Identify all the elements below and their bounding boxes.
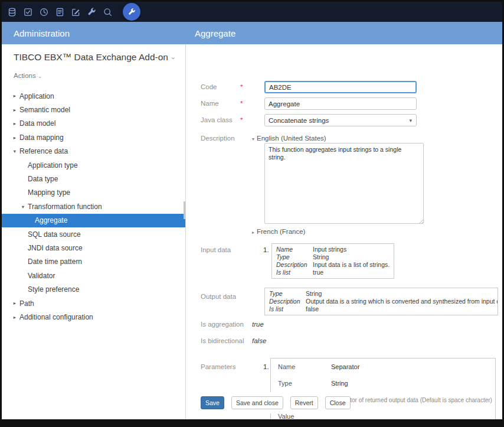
parameter-row-type: TypeString: [271, 375, 495, 392]
tree-item-application[interactable]: ▸Application: [2, 89, 185, 103]
tree-item-jndi-data-source[interactable]: JNDI data source: [2, 241, 185, 255]
parameter-row-name: NameSeparator: [271, 358, 495, 375]
tree-item-aggregate[interactable]: Aggregate: [2, 214, 185, 227]
output-data-row-type: TypeString: [265, 290, 498, 298]
input-data-index: 1.: [263, 246, 269, 253]
footer-buttons: SaveSave and closeRevertClose: [201, 396, 351, 409]
output-data-value: false: [306, 305, 319, 313]
output-data-key: Type: [269, 290, 306, 298]
chevron-collapsed-icon[interactable]: ▸: [11, 315, 18, 320]
input-data-row-description: DescriptionInput data is a list of strin…: [272, 261, 394, 269]
left-panel-title: Administration: [14, 28, 70, 38]
tree-item-label: Aggregate: [35, 216, 67, 224]
input-data-value: Input data is a list of strings.: [313, 261, 390, 269]
sidebar-scrollbar[interactable]: [184, 201, 185, 219]
tree-item-label: SQL data source: [28, 230, 81, 239]
actions-label: Actions: [14, 72, 36, 79]
tree-item-semantic-model[interactable]: ▸Semantic model: [2, 103, 185, 116]
input-data-key: Is list: [276, 269, 313, 276]
output-data-table: TypeStringDescriptionOutput data is a st…: [264, 288, 498, 315]
locale-toggle-english[interactable]: ▾English (United States): [252, 135, 326, 142]
output-data-key: Description: [269, 298, 306, 305]
tasks-icon[interactable]: [23, 7, 33, 17]
tree-item-label: Data mapping: [19, 133, 64, 142]
tree-item-application-type[interactable]: Application type: [2, 158, 185, 172]
chevron-expanded-icon[interactable]: ▾: [11, 149, 18, 154]
tree-item-label: Additional configuration: [19, 313, 93, 321]
tree-item-data-mapping[interactable]: ▸Data mapping: [2, 131, 185, 144]
tree-item-mapping-type[interactable]: Mapping type: [2, 186, 185, 200]
chevron-collapsed-icon[interactable]: ▸: [11, 107, 18, 113]
locale-toggle-french[interactable]: ▸French (France): [252, 228, 305, 235]
tree-item-reference-data[interactable]: ▾Reference data: [2, 145, 185, 158]
input-data-key: Type: [276, 253, 313, 261]
parameter-key: Type: [278, 380, 331, 387]
output-data-value: String: [306, 290, 322, 298]
database-icon[interactable]: [7, 7, 17, 17]
tools-icon[interactable]: [87, 7, 97, 17]
tree-item-date-time-pattern[interactable]: Date time pattern: [2, 255, 185, 269]
is-bidirectional-value: false: [252, 337, 266, 344]
parameter-key: Value: [278, 413, 331, 419]
chevron-collapsed-icon[interactable]: ▸: [11, 93, 18, 99]
report-icon[interactable]: [55, 7, 65, 17]
tree-item-label: JNDI data source: [28, 244, 83, 252]
tree-item-transformation-function[interactable]: ▾Transformation function: [2, 200, 185, 213]
input-data-table: NameInput stringsTypeStringDescriptionIn…: [271, 243, 394, 279]
tree-item-label: Date time pattern: [28, 257, 82, 266]
chevron-expanded-icon[interactable]: ▾: [19, 204, 27, 210]
java-class-label: Java class: [201, 116, 233, 123]
tree-item-style-preference[interactable]: Style preference: [2, 282, 185, 296]
clock-icon[interactable]: [39, 7, 49, 17]
tree-item-label: Transformation function: [28, 203, 102, 211]
is-aggregation-value: true: [252, 321, 264, 328]
chevron-down-icon[interactable]: ⌄: [171, 53, 176, 61]
tree-item-label: Application: [19, 92, 54, 100]
name-input[interactable]: [264, 97, 417, 110]
tree-item-validator[interactable]: Validator: [2, 269, 185, 282]
tree-item-sql-data-source[interactable]: SQL data source: [2, 227, 185, 241]
input-data-value: String: [313, 253, 329, 261]
wrench-icon[interactable]: [123, 3, 140, 21]
tree-item-data-type[interactable]: Data type: [2, 172, 185, 185]
topbar-icons: [2, 3, 140, 21]
parameters-label: Parameters: [201, 363, 235, 370]
input-data-row-is-list: Is listtrue: [272, 269, 394, 276]
java-class-value: Concatenate strings: [269, 117, 329, 124]
output-data-key: Is list: [269, 305, 306, 313]
input-data-row-type: TypeString: [272, 253, 394, 261]
revert-button[interactable]: Revert: [290, 396, 318, 409]
edit-document-icon[interactable]: [71, 7, 81, 17]
parameter-key: Name: [278, 363, 331, 370]
parameter-value: String: [331, 380, 348, 387]
actions-menu[interactable]: Actions⌄: [14, 72, 42, 79]
java-class-required-marker: *: [240, 116, 243, 123]
code-required-marker: *: [240, 83, 243, 90]
parameter-value: Separator: [331, 363, 359, 370]
tree-item-label: Semantic model: [19, 106, 70, 114]
chevron-collapsed-icon[interactable]: ▸: [11, 121, 18, 126]
tree-item-path[interactable]: ▸Path: [2, 296, 185, 310]
output-data-row-is-list: Is listfalse: [265, 305, 498, 313]
parameters-index: 1.: [263, 363, 269, 370]
java-class-select[interactable]: Concatenate strings ▾: [264, 114, 417, 126]
tree-item-label: Data type: [28, 175, 58, 183]
description-textarea[interactable]: This function aggregates input strings t…: [264, 143, 424, 224]
output-data-row-description: DescriptionOutput data is a string which…: [265, 298, 498, 305]
description-label: Description: [201, 135, 235, 142]
search-icon[interactable]: [103, 7, 113, 17]
tree-item-data-model[interactable]: ▸Data model: [2, 117, 185, 131]
code-input[interactable]: [264, 81, 417, 93]
input-data-value: Input strings: [313, 246, 346, 253]
input-data-key: Description: [276, 261, 313, 269]
is-bidirectional-label: Is bidirectional: [201, 337, 244, 344]
save-and-close-button[interactable]: Save and close: [231, 396, 283, 409]
navigation-tree: ▸Application▸Semantic model▸Data model▸D…: [2, 89, 185, 324]
header-bar: Administration Aggregate: [2, 22, 502, 44]
chevron-collapsed-icon[interactable]: ▸: [11, 301, 18, 306]
sidebar-title: TIBCO EBX™ Data Exchange Add-on: [14, 52, 168, 63]
close-button[interactable]: Close: [325, 396, 351, 409]
save-button[interactable]: Save: [201, 396, 224, 409]
chevron-collapsed-icon[interactable]: ▸: [11, 135, 18, 141]
tree-item-additional-configuration[interactable]: ▸Additional configuration: [2, 310, 185, 324]
